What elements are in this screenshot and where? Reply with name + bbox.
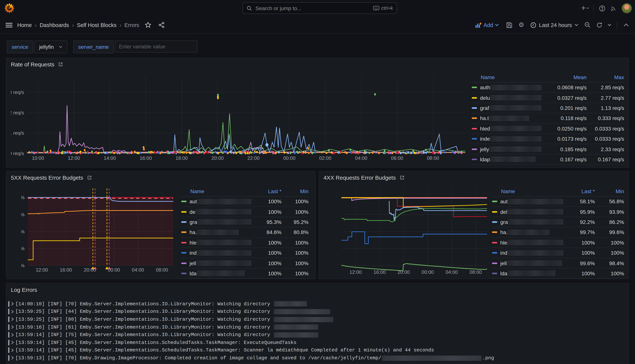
legend-row[interactable]: ind100%100% (181, 248, 308, 258)
series-name[interactable]: ha.t (472, 115, 541, 121)
legend-row[interactable]: inde0.0173 req/s0.0333 req/s (472, 134, 624, 144)
series-name[interactable]: de (181, 209, 251, 215)
breadcrumb-dashboards[interactable]: Dashboards (40, 22, 69, 28)
timeseries-chart[interactable]: 0 req/s1 req/s2 req/s3 req/s10:0012:0014… (11, 73, 473, 165)
legend-row[interactable]: ha.84.6%80.8% (181, 227, 308, 238)
new-item-button[interactable] (580, 3, 590, 14)
variable-server-name-input[interactable] (115, 40, 197, 52)
series-name[interactable]: hle (492, 240, 563, 246)
legend-row[interactable]: ind100%100% (492, 248, 624, 258)
legend-row[interactable]: lda100%100% (492, 268, 624, 279)
expand-chevron-icon[interactable] (11, 341, 14, 344)
expand-chevron-icon[interactable] (11, 302, 14, 306)
legend-row[interactable]: del95.9%93.9% (492, 207, 624, 217)
grafana-logo-icon[interactable] (4, 3, 15, 14)
log-row[interactable]: [13:59:14] [INF] [45] Emby.Server.Implem… (8, 339, 625, 346)
log-row[interactable]: [13:59:16] [INF] [61] Emby.Server.Implem… (8, 323, 625, 331)
legend-row[interactable]: de100%100% (181, 207, 308, 217)
legend-row[interactable]: ldap0.167 req/s0.167 req/s (472, 154, 624, 165)
series-name[interactable]: ldap (472, 156, 541, 162)
news-icon[interactable] (608, 3, 618, 14)
external-link-icon[interactable] (87, 175, 92, 180)
refresh-interval-dropdown[interactable] (606, 20, 613, 30)
legend-row[interactable]: graf0.201 req/s1.13 req/s (472, 103, 624, 114)
legend-row[interactable]: ha.t0.118 req/s0.333 req/s (472, 113, 624, 124)
menu-toggle-icon[interactable] (4, 20, 14, 30)
kiosk-collapse-icon[interactable] (621, 20, 631, 30)
legend-row[interactable]: hle100%100% (181, 238, 308, 248)
series-name[interactable]: ind (181, 250, 251, 256)
timeseries-chart[interactable]: 100%90%80%70%60%12:0016:0020:0000:0004:0… (339, 186, 493, 278)
legend-col-1[interactable]: Last * (563, 188, 595, 194)
series-name[interactable]: ha. (181, 229, 251, 235)
log-row[interactable]: [13:59:25] [INF] [80] Emby.Server.Implem… (8, 316, 625, 323)
timeseries-chart[interactable]: 100%80%60%40%20%12:0016:0020:0000:0004:0… (22, 186, 181, 278)
legend-row[interactable]: hle100%100% (492, 238, 624, 248)
time-range-picker[interactable]: Last 24 hours (528, 22, 580, 28)
expand-chevron-icon[interactable] (11, 356, 14, 360)
log-row[interactable]: [13:59:13] [INF] [70] Emby.Drawing.Image… (8, 354, 625, 362)
legend-col-2[interactable]: Min (281, 188, 308, 194)
series-name[interactable]: aut (492, 198, 563, 204)
series-name[interactable]: lda (181, 270, 251, 276)
legend-col-name[interactable]: Name (181, 188, 251, 194)
panel-title[interactable]: Rate of Requests (11, 61, 63, 68)
breadcrumb-home[interactable]: Home (17, 22, 32, 28)
expand-chevron-icon[interactable] (11, 310, 14, 314)
panel-title[interactable]: 5XX Requests Error Budgets (11, 174, 92, 181)
series-name[interactable]: gra (181, 219, 251, 225)
add-panel-button[interactable]: Add (476, 22, 499, 28)
panel-title[interactable]: 4XX Requests Error Budgets (324, 174, 404, 181)
share-icon[interactable] (157, 20, 167, 30)
legend-col-1[interactable]: Mean (541, 74, 586, 80)
series-name[interactable]: auth (472, 84, 541, 90)
external-link-icon[interactable] (58, 62, 63, 67)
global-search[interactable]: ctrl+k (242, 2, 397, 14)
series-name[interactable]: jell (492, 260, 563, 266)
save-dashboard-button[interactable] (504, 20, 514, 30)
series-name[interactable]: aut (181, 198, 251, 204)
expand-chevron-icon[interactable] (11, 348, 14, 352)
log-row[interactable]: [13:59:25] [INF] [44] Emby.Server.Implem… (8, 308, 625, 316)
legend-col-2[interactable]: Min (595, 188, 624, 194)
favorite-star-icon[interactable] (143, 20, 154, 30)
external-link-icon[interactable] (399, 175, 404, 180)
log-row[interactable]: [13:59:14] [INF] [75] Emby.Server.Implem… (8, 331, 625, 339)
panel-title[interactable]: Log Errors (11, 286, 37, 293)
legend-row[interactable]: aut100%100% (181, 196, 308, 207)
expand-chevron-icon[interactable] (11, 333, 14, 336)
log-row[interactable]: [14:00:10] [INF] [70] Emby.Server.Implem… (8, 300, 625, 308)
legend-row[interactable]: gra92.2%86.2% (492, 217, 624, 228)
expand-chevron-icon[interactable] (11, 318, 14, 321)
legend-row[interactable]: jell100%100% (181, 258, 308, 268)
legend-col-name[interactable]: Name (492, 188, 563, 194)
legend-row[interactable]: delu0.0327 req/s2.77 req/s (472, 93, 624, 103)
zoom-out-time-icon[interactable] (582, 20, 592, 30)
series-name[interactable]: lda (492, 270, 563, 276)
legend-row[interactable]: aut58.1%56.8% (492, 196, 624, 207)
legend-row[interactable]: ha.99.7%99.6% (492, 227, 624, 238)
search-input[interactable] (255, 5, 373, 12)
legend-row[interactable]: hled0.0250 req/s0.0333 req/s (472, 124, 624, 134)
series-name[interactable]: jelly (472, 146, 541, 152)
legend-row[interactable]: jell99.6%98.4% (492, 258, 624, 268)
series-name[interactable]: delu (472, 95, 541, 101)
series-name[interactable]: jell (181, 260, 251, 266)
user-avatar[interactable] (621, 3, 632, 14)
legend-row[interactable]: gra95.3%95.2% (181, 217, 308, 228)
legend-row[interactable]: lda100%100% (181, 268, 308, 279)
series-name[interactable]: inde (472, 136, 541, 142)
series-name[interactable]: ha. (492, 229, 563, 235)
dashboard-settings-icon[interactable]: ⚙ (516, 20, 526, 30)
legend-col-name[interactable]: Name (472, 74, 541, 80)
series-name[interactable]: hle (181, 240, 251, 246)
legend-row[interactable]: auth0.0608 req/s2.85 req/s (472, 82, 624, 93)
series-name[interactable]: graf (472, 105, 541, 111)
expand-chevron-icon[interactable] (11, 325, 14, 329)
series-name[interactable]: del (492, 209, 563, 215)
series-name[interactable]: hled (472, 126, 541, 132)
legend-col-1[interactable]: Last * (251, 188, 281, 194)
legend-row[interactable]: jelly0.185 req/s2.33 req/s (472, 144, 624, 154)
help-icon[interactable] (597, 3, 607, 14)
series-name[interactable]: gra (492, 219, 563, 225)
